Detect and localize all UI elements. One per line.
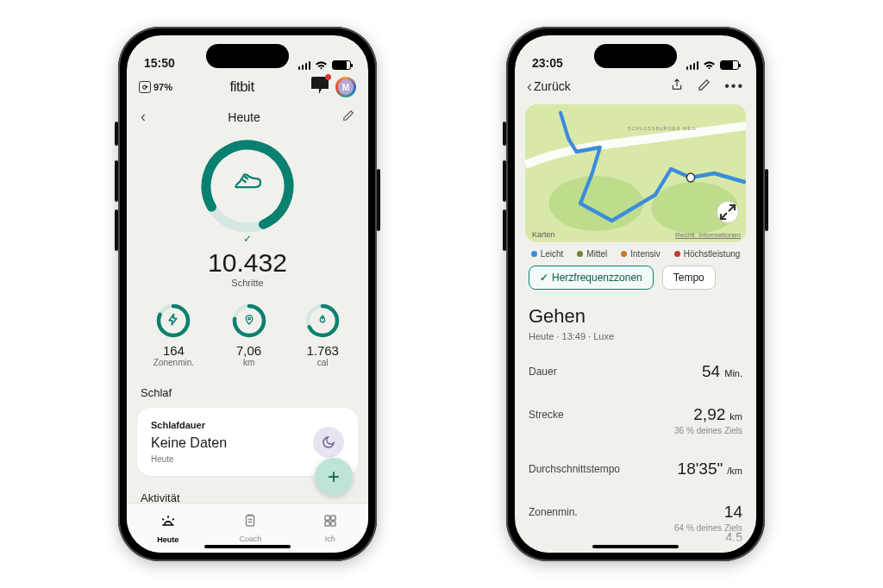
step-label: Schritte [231, 278, 263, 288]
row-tempo: Durchschnittstempo 18'35" /km [529, 447, 742, 491]
activity-subtitle: Heute · 13:49 · Luxe [529, 331, 742, 341]
add-fab[interactable]: + [315, 458, 353, 496]
battery-icon [332, 60, 351, 70]
sleep-section-title: Schlaf [127, 374, 368, 404]
profile-avatar[interactable]: M [335, 77, 356, 97]
tab-ich[interactable]: Ich [323, 513, 338, 543]
app-header: ⟳ 97% fitbit M [127, 72, 368, 99]
map-attribution: Karten [530, 230, 555, 239]
activity-title: Gehen [529, 305, 742, 328]
svg-rect-11 [331, 516, 335, 520]
status-time: 15:50 [144, 56, 175, 70]
chip-hr-zones[interactable]: ✓Herzfrequenzzonen [529, 266, 654, 290]
step-count: 10.432 [208, 248, 287, 278]
metric-zonemin[interactable]: 164 Zonenmin. [153, 302, 194, 367]
legend-intensiv: Intensiv [621, 249, 660, 259]
screen-mirror-badge[interactable]: ⟳ 97% [139, 81, 172, 93]
stats-list: Dauer 54 Min. Strecke 2,92 km36 % deines… [515, 350, 756, 545]
tab-coach[interactable]: Coach [239, 513, 261, 543]
dynamic-island [206, 44, 289, 68]
sunrise-icon [160, 512, 177, 534]
brand-title: fitbit [229, 78, 254, 96]
shoe-icon [232, 168, 263, 205]
moon-icon[interactable] [313, 427, 344, 458]
chevron-left-icon[interactable]: ‹ [141, 108, 146, 126]
edit-icon[interactable] [698, 78, 711, 95]
row-dauer: Dauer 54 Min. [529, 350, 742, 393]
legend-leicht: Leicht [531, 249, 564, 259]
row-strecke: Strecke 2,92 km36 % deines Ziels [529, 393, 742, 447]
chip-tempo[interactable]: Tempo [662, 266, 716, 290]
dynamic-island [594, 44, 677, 68]
share-icon[interactable] [670, 77, 684, 96]
date-subheader: ‹ Heute [127, 99, 368, 129]
metrics-row: 164 Zonenmin. 7,06 km 1.763 [127, 290, 368, 374]
scroll-peek-value: 4.5 [726, 530, 742, 544]
svg-point-6 [247, 317, 250, 320]
more-icon[interactable]: ••• [724, 78, 744, 94]
pin-icon [243, 314, 254, 328]
steps-ring [196, 134, 299, 238]
wifi-icon [315, 60, 328, 70]
home-indicator[interactable] [204, 545, 291, 548]
svg-rect-12 [325, 522, 329, 526]
detail-nav: ‹ Zurück ••• [515, 72, 756, 99]
screen-home: 15:50 ⟳ 97% fitbit M [127, 35, 368, 553]
cellular-icon [298, 60, 311, 70]
svg-point-15 [548, 176, 643, 231]
phone-right: 23:05 ‹ Zurück ••• [506, 27, 765, 561]
status-time: 23:05 [532, 56, 563, 70]
chevron-left-icon: ‹ [527, 78, 532, 96]
road-label: SCHLOSSBURGER WEG [628, 126, 697, 131]
legend-hoechstleistung: Höchstleistung [674, 249, 741, 259]
metric-calories[interactable]: 1.763 cal [304, 302, 341, 367]
phone-left: 15:50 ⟳ 97% fitbit M [118, 27, 377, 561]
map-legal-link[interactable]: Rechtl. Informationen [675, 231, 741, 239]
messages-icon[interactable] [311, 77, 329, 97]
battery-icon [720, 60, 739, 70]
steps-summary[interactable]: ✓ 10.432 Schritte [127, 129, 368, 290]
grid-icon [323, 513, 338, 533]
row-zonenmin: Zonenmin. 1464 % deines Ziels [529, 491, 742, 545]
back-button[interactable]: ‹ Zurück [527, 78, 571, 96]
legend-mittel: Mittel [577, 249, 607, 259]
svg-rect-10 [325, 516, 329, 520]
svg-point-17 [686, 173, 694, 182]
date-title: Heute [228, 110, 260, 124]
sleep-card-subtitle: Schlafdauer [151, 420, 227, 430]
metric-distance[interactable]: 7,06 km [230, 302, 268, 367]
edit-icon[interactable] [342, 109, 354, 124]
chip-bar: ✓Herzfrequenzzonen Tempo [515, 264, 756, 298]
bolt-icon [167, 313, 180, 328]
expand-map-icon[interactable] [717, 201, 739, 223]
hr-zone-legend: Leicht Mittel Intensiv Höchstleistung [515, 242, 756, 264]
clipboard-icon [242, 513, 258, 533]
wifi-icon [703, 60, 716, 70]
flame-icon [317, 314, 329, 328]
svg-rect-9 [247, 516, 254, 526]
screen-activity: 23:05 ‹ Zurück ••• [515, 35, 756, 553]
route-map[interactable]: SCHLOSSBURGER WEG Karten Rechtl. Informa… [525, 104, 746, 242]
tab-bar: Heute Coach Ich [127, 503, 368, 553]
home-indicator[interactable] [592, 545, 679, 548]
cellular-icon [686, 60, 699, 70]
sleep-card-value: Keine Daten [151, 435, 227, 451]
sleep-card-date: Heute [151, 454, 227, 464]
svg-rect-13 [331, 522, 335, 526]
tab-heute[interactable]: Heute [157, 512, 178, 544]
activity-heading: Gehen Heute · 13:49 · Luxe [515, 298, 756, 350]
